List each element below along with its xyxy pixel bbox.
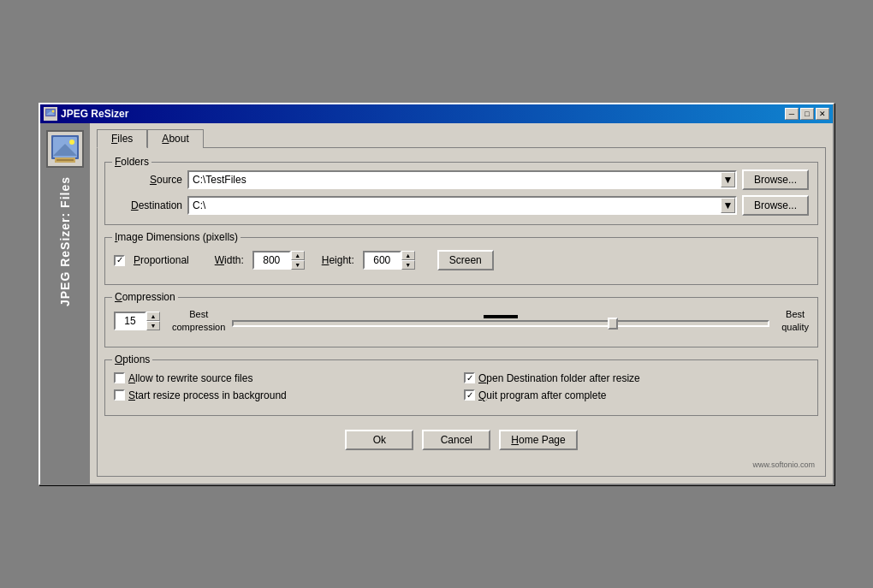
dimensions-row: Proportional Width: ▲ ▼ Height: [114, 245, 809, 276]
option-open-dest: Open Destination folder after resize [464, 372, 809, 384]
source-input[interactable] [189, 172, 721, 187]
compression-slider-track[interactable] [232, 320, 769, 327]
destination-dropdown-arrow[interactable]: ▼ [721, 198, 735, 213]
sidebar-icon [46, 130, 84, 168]
width-spin-up[interactable]: ▲ [291, 251, 305, 260]
tab-content-files: Folders Source ▼ Browse... [97, 147, 826, 477]
folders-group: Folders Source ▼ Browse... [104, 162, 818, 225]
width-spinbox: ▲ ▼ [252, 251, 305, 270]
maximize-button[interactable]: □ [800, 108, 814, 120]
slider-container [232, 315, 769, 327]
option-quit: Quit program after complete [464, 389, 809, 401]
sidebar-label: JPEG ReSizer: Files [58, 176, 73, 306]
main-content: Files About Folders Source [90, 123, 833, 484]
title-bar: JPEG ReSizer ─ □ ✕ [40, 104, 833, 123]
option-rewrite: Allow to rewrite source files [114, 372, 459, 384]
tab-about[interactable]: About [147, 129, 203, 148]
slider-dots [482, 315, 520, 318]
homepage-button[interactable]: Home Page [499, 430, 577, 450]
quit-checkbox[interactable] [464, 389, 475, 401]
watermark: www.softonio.com [104, 460, 818, 469]
best-quality-label: Bestquality [781, 308, 809, 333]
destination-label: Destination [114, 199, 182, 211]
source-label: Source [114, 174, 182, 186]
main-window: JPEG ReSizer ─ □ ✕ JPEG ReSizer: Files [39, 103, 834, 485]
tab-bar: Files About [97, 128, 826, 147]
destination-browse-button[interactable]: Browse... [742, 195, 809, 216]
proportional-checkbox[interactable] [114, 255, 125, 266]
dimensions-group-label: Image Dimensions (pixells) [112, 231, 241, 243]
window-title: JPEG ReSizer [61, 108, 128, 120]
compression-input[interactable] [114, 312, 146, 330]
options-group: Options Allow to rewrite source files Op… [104, 359, 818, 416]
options-grid: Allow to rewrite source files Open Desti… [114, 367, 809, 407]
width-label: Width: [215, 254, 244, 266]
height-spin-down[interactable]: ▼ [401, 260, 415, 270]
width-spin-down[interactable]: ▼ [291, 260, 305, 270]
close-button[interactable]: ✕ [816, 108, 829, 120]
source-row: Source ▼ Browse... [114, 169, 809, 190]
options-group-label: Options [112, 353, 152, 365]
height-spinbox: ▲ ▼ [363, 251, 415, 270]
svg-rect-9 [56, 159, 74, 161]
dimensions-group: Image Dimensions (pixells) Proportional … [104, 237, 818, 285]
svg-point-7 [69, 140, 74, 145]
destination-combo[interactable]: ▼ [187, 196, 737, 215]
cancel-button[interactable]: Cancel [422, 430, 490, 450]
compression-spinbox: ▲ ▼ [114, 312, 160, 330]
best-compression-label: Bestcompression [172, 308, 225, 333]
open-dest-checkbox[interactable] [464, 372, 475, 383]
source-combo[interactable]: ▼ [187, 170, 737, 189]
window-body: JPEG ReSizer: Files Files About Folders [40, 123, 833, 484]
height-input[interactable] [363, 251, 401, 270]
screen-button[interactable]: Screen [437, 250, 494, 270]
rewrite-checkbox[interactable] [114, 372, 125, 383]
sidebar: JPEG ReSizer: Files [40, 123, 90, 484]
proportional-label[interactable]: Proportional [134, 254, 189, 266]
height-spin-up[interactable]: ▲ [401, 251, 415, 260]
background-checkbox[interactable] [114, 389, 125, 401]
footer: Ok Cancel Home Page [104, 423, 818, 454]
option-background: Start resize process in background [114, 389, 459, 401]
folders-group-label: Folders [112, 156, 151, 168]
compression-slider-thumb[interactable] [608, 318, 618, 330]
app-icon [44, 107, 57, 121]
compression-group-label: Compression [112, 291, 178, 303]
svg-point-3 [52, 110, 55, 113]
minimize-button[interactable]: ─ [785, 108, 799, 120]
compression-spin-up[interactable]: ▲ [146, 312, 160, 321]
compression-group: Compression ▲ ▼ Bestcompression [104, 297, 818, 347]
tab-files[interactable]: Files [97, 129, 147, 148]
source-dropdown-arrow[interactable]: ▼ [721, 172, 735, 187]
height-label: Height: [322, 254, 354, 266]
ok-button[interactable]: Ok [345, 430, 413, 450]
source-browse-button[interactable]: Browse... [742, 169, 809, 190]
width-input[interactable] [252, 251, 291, 270]
compression-spin-down[interactable]: ▼ [146, 321, 160, 330]
destination-row: Destination ▼ Browse... [114, 195, 809, 216]
compression-row: ▲ ▼ Bestcompression [114, 305, 809, 338]
destination-input[interactable] [189, 198, 721, 213]
